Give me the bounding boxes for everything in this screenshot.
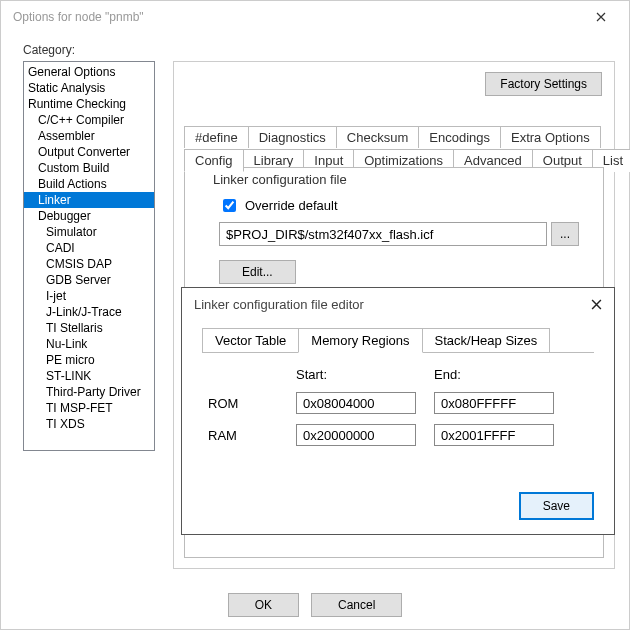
mem-row-name: RAM	[208, 428, 278, 443]
tree-item[interactable]: ST-LINK	[24, 368, 154, 384]
cancel-button[interactable]: Cancel	[311, 593, 402, 617]
mem-ram-end-input[interactable]	[434, 424, 554, 446]
tree-item[interactable]: General Options	[24, 64, 154, 80]
tab[interactable]: Checksum	[336, 126, 419, 148]
tree-item[interactable]: PE micro	[24, 352, 154, 368]
override-default-checkbox[interactable]	[223, 199, 236, 212]
tree-item[interactable]: CADI	[24, 240, 154, 256]
tab[interactable]: Encodings	[418, 126, 501, 148]
editor-title: Linker configuration file editor	[194, 297, 586, 312]
tree-item[interactable]: I-jet	[24, 288, 154, 304]
tree-item[interactable]: Simulator	[24, 224, 154, 240]
tree-item[interactable]: GDB Server	[24, 272, 154, 288]
tree-item[interactable]: Build Actions	[24, 176, 154, 192]
tree-item[interactable]: Runtime Checking	[24, 96, 154, 112]
tab[interactable]: Diagnostics	[248, 126, 337, 148]
mem-rom-start-input[interactable]	[296, 392, 416, 414]
tree-item[interactable]: Assembler	[24, 128, 154, 144]
tree-item[interactable]: Static Analysis	[24, 80, 154, 96]
mem-ram-start-input[interactable]	[296, 424, 416, 446]
editor-tab[interactable]: Memory Regions	[298, 328, 422, 353]
factory-settings-button[interactable]: Factory Settings	[485, 72, 602, 96]
group-linker-file-title: Linker configuration file	[209, 172, 351, 187]
category-label: Category:	[23, 43, 615, 57]
tree-item[interactable]: TI Stellaris	[24, 320, 154, 336]
override-default-label[interactable]: Override default	[245, 198, 338, 213]
tab-strip: #defineDiagnosticsChecksumEncodingsExtra…	[184, 126, 604, 171]
tree-item[interactable]: Nu-Link	[24, 336, 154, 352]
col-end-label: End:	[434, 367, 554, 382]
editor-close-icon[interactable]	[586, 294, 606, 314]
mem-row-name: ROM	[208, 396, 278, 411]
linker-file-path-input[interactable]	[219, 222, 547, 246]
tab[interactable]: Config	[184, 149, 244, 172]
tree-item[interactable]: TI XDS	[24, 416, 154, 432]
window-title: Options for node "pnmb"	[13, 10, 581, 24]
titlebar: Options for node "pnmb"	[1, 1, 629, 33]
tab[interactable]: Extra Options	[500, 126, 601, 148]
editor-tab[interactable]: Stack/Heap Sizes	[422, 328, 551, 353]
tree-item[interactable]: J-Link/J-Trace	[24, 304, 154, 320]
browse-button[interactable]: ...	[551, 222, 579, 246]
tab[interactable]: #define	[184, 126, 249, 148]
tree-item[interactable]: C/C++ Compiler	[24, 112, 154, 128]
tree-item[interactable]: TI MSP-FET	[24, 400, 154, 416]
tree-item[interactable]: Custom Build	[24, 160, 154, 176]
save-button[interactable]: Save	[519, 492, 594, 520]
edit-linker-file-button[interactable]: Edit...	[219, 260, 296, 284]
mem-rom-end-input[interactable]	[434, 392, 554, 414]
ok-button[interactable]: OK	[228, 593, 299, 617]
tree-item[interactable]: CMSIS DAP	[24, 256, 154, 272]
tree-item[interactable]: Output Converter	[24, 144, 154, 160]
editor-tab[interactable]: Vector Table	[202, 328, 299, 353]
tree-item[interactable]: Third-Party Driver	[24, 384, 154, 400]
close-icon[interactable]	[581, 1, 621, 33]
dialog-window: Options for node "pnmb" Category: Genera…	[0, 0, 630, 630]
tree-item[interactable]: Linker	[24, 192, 154, 208]
linker-editor-dialog: Linker configuration file editor Vector …	[181, 287, 615, 535]
dialog-footer: OK Cancel	[1, 593, 629, 617]
category-tree[interactable]: General OptionsStatic AnalysisRuntime Ch…	[23, 61, 155, 451]
col-start-label: Start:	[296, 367, 416, 382]
tree-item[interactable]: Debugger	[24, 208, 154, 224]
